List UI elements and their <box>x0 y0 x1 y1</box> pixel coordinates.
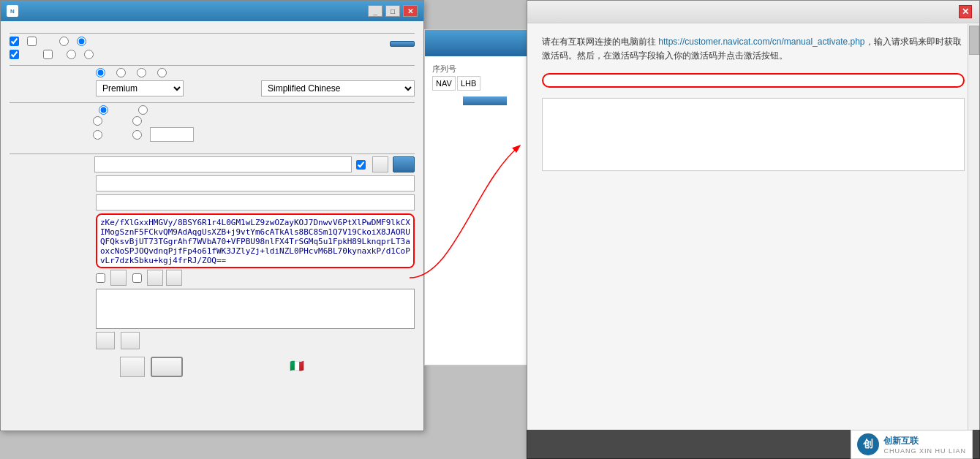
manual-content: 请在有互联网连接的电脑前往 https://customer.navicat.c… <box>527 23 979 190</box>
report-viewer-radio-item <box>84 50 96 59</box>
manual-titlebar: ✕ <box>527 1 979 23</box>
manual-close-btn[interactable]: ✕ <box>959 5 972 18</box>
navicat-v12-radio-item <box>77 37 88 46</box>
navicat-v12-radio[interactable] <box>77 37 86 46</box>
languages-select[interactable]: Simplified Chinese <box>261 80 415 96</box>
brand-name: 创新互联 <box>883 435 966 447</box>
section2-header <box>10 64 415 66</box>
serial-generate-button[interactable] <box>393 156 415 172</box>
brand-icon: 创 <box>857 433 879 455</box>
manual-activation-code-box[interactable] <box>542 98 965 171</box>
navicat-v11-radio-item <box>59 37 71 46</box>
section4-header <box>10 152 415 154</box>
serial-part-1[interactable] <box>432 76 456 91</box>
brand-text: 创新互联 CHUANG XIN HU LIAN <box>883 435 966 455</box>
mac-checkbox[interactable] <box>96 273 105 283</box>
essentials-v11-item <box>43 50 55 59</box>
custom-value-radio[interactable] <box>132 130 142 140</box>
request-copy-button[interactable] <box>110 270 127 286</box>
patch-button[interactable] <box>390 41 415 47</box>
enterprise-radio[interactable] <box>96 68 105 77</box>
manual-window: ✕ 请在有互联网连接的电脑前往 https://customer.navicat… <box>527 0 980 459</box>
not-for-resale-30-radio[interactable] <box>93 116 102 126</box>
your-name-input[interactable] <box>96 175 415 191</box>
brand-pinyin: CHUANG XIN HU LIAN <box>883 447 966 455</box>
essentials-radio[interactable] <box>157 68 167 77</box>
clear-request-button[interactable] <box>147 270 163 286</box>
modeler-checkbox-item <box>27 37 39 46</box>
paste-button[interactable] <box>166 270 182 286</box>
backup-checkbox-item <box>10 37 21 46</box>
generate-bottom-button[interactable] <box>151 357 183 377</box>
reg-serial-label: 序列号 <box>432 64 537 75</box>
bottom-bar: 创 创新互联 CHUANG XIN HU LIAN <box>527 430 980 459</box>
host-checkbox-item <box>10 50 21 59</box>
manual-request-code-box <box>542 73 965 88</box>
modeler-checkbox[interactable] <box>27 37 37 46</box>
maximize-btn[interactable]: □ <box>385 5 400 17</box>
patcher-window: N _ □ ✕ <box>0 0 424 431</box>
essentials-v12-radio-item <box>67 50 78 59</box>
licenses-group <box>96 68 169 77</box>
exit-button[interactable] <box>120 357 145 377</box>
not-for-resale-365-radio[interactable] <box>93 130 102 140</box>
report-viewer-radio[interactable] <box>84 50 94 59</box>
products-select[interactable]: Premium <box>96 80 184 96</box>
app-icon: N <box>7 5 18 17</box>
your-org-input[interactable] <box>96 194 415 210</box>
essentials-v11-checkbox[interactable] <box>43 50 53 59</box>
serial-copy-button[interactable] <box>372 156 388 172</box>
not-for-resale-radio[interactable] <box>138 105 148 115</box>
serial-part-2[interactable] <box>457 76 480 91</box>
navicat-v11-radio[interactable] <box>59 37 69 46</box>
minimize-btn[interactable]: _ <box>368 5 382 17</box>
brand-logo: 创 创新互联 CHUANG XIN HU LIAN <box>851 430 973 459</box>
patcher-titlebar: N _ □ ✕ <box>1 1 423 21</box>
host-checkbox[interactable] <box>10 50 19 59</box>
custom-value-input[interactable] <box>150 127 194 142</box>
standard-radio[interactable] <box>116 68 126 77</box>
activation-code-label <box>10 289 90 291</box>
section1-header <box>10 31 415 34</box>
essentials-v12-radio[interactable] <box>67 50 76 59</box>
manual-description: 请在有互联网连接的电脑前往 https://customer.navicat.c… <box>542 35 965 63</box>
reg-serial-box <box>432 76 537 91</box>
activation-code-textarea[interactable] <box>96 289 415 329</box>
close-btn[interactable]: ✕ <box>403 5 418 17</box>
request-code-textarea[interactable]: zKe/fXlGxxHMGVy/8BSY6R1r4L0GM1wLZ9zwOZay… <box>96 213 415 268</box>
serial-input[interactable] <box>94 156 352 172</box>
request-code-label <box>10 213 90 216</box>
not-for-resale-90-radio[interactable] <box>132 116 142 126</box>
auto-insert-checkbox[interactable] <box>356 160 366 170</box>
flag-icon: 🇮🇹 <box>290 359 304 373</box>
manual-scrollbar[interactable] <box>968 24 979 458</box>
window-controls: _ □ ✕ <box>368 5 418 17</box>
linux-checkbox[interactable] <box>132 273 142 283</box>
copy-activation-button[interactable] <box>121 332 140 349</box>
site-license-radio[interactable] <box>99 105 108 115</box>
backup-checkbox[interactable] <box>10 37 19 46</box>
clear-activation-button[interactable] <box>96 332 115 349</box>
manual-url: https://customer.navicat.com/cn/manual_a… <box>658 37 864 47</box>
scrollbar-thumb[interactable] <box>969 26 979 55</box>
section3-header <box>10 101 415 103</box>
educational-radio[interactable] <box>137 68 146 77</box>
activate-button[interactable] <box>463 96 507 105</box>
